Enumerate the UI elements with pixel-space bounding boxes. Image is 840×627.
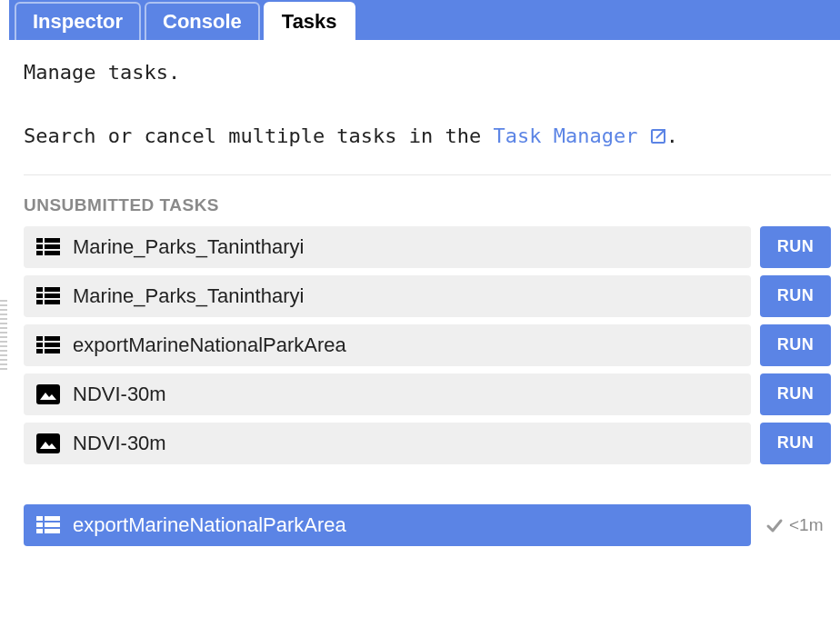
task-row: NDVI-30m RUN xyxy=(24,423,831,464)
task-name: NDVI-30m xyxy=(73,383,166,406)
section-spacer xyxy=(24,472,831,504)
section-divider xyxy=(24,174,831,175)
task-name: exportMarineNationalParkArea xyxy=(73,513,346,537)
task-cell[interactable]: NDVI-30m xyxy=(24,423,751,464)
run-button[interactable]: RUN xyxy=(760,226,831,268)
task-name: exportMarineNationalParkArea xyxy=(73,333,346,357)
image-icon xyxy=(36,433,60,453)
task-name: Marine_Parks_Tanintharyi xyxy=(73,235,304,259)
tab-console[interactable]: Console xyxy=(145,2,260,40)
task-cell[interactable]: exportMarineNationalParkArea xyxy=(24,324,751,366)
task-manager-link[interactable]: Task Manager xyxy=(494,124,666,147)
task-row: exportMarineNationalParkArea <1m xyxy=(24,504,831,546)
tasks-description: Manage tasks. Search or cancel multiple … xyxy=(24,56,831,153)
task-row: Marine_Parks_Tanintharyi RUN xyxy=(24,226,831,268)
task-cell-running[interactable]: exportMarineNationalParkArea xyxy=(24,504,751,546)
run-button[interactable]: RUN xyxy=(760,373,831,415)
task-cell[interactable]: Marine_Parks_Tanintharyi xyxy=(24,275,751,317)
tasks-panel: Manage tasks. Search or cancel multiple … xyxy=(9,40,840,562)
running-task-list: exportMarineNationalParkArea <1m xyxy=(24,504,831,546)
panel-resize-handle[interactable] xyxy=(0,300,7,373)
unsubmitted-task-list: Marine_Parks_Tanintharyi RUN Marine_Park… xyxy=(24,226,831,464)
desc-suffix: . xyxy=(666,124,678,147)
task-manager-link-text: Task Manager xyxy=(494,124,638,147)
task-elapsed: <1m xyxy=(789,515,824,535)
task-row: Marine_Parks_Tanintharyi RUN xyxy=(24,275,831,317)
task-name: Marine_Parks_Tanintharyi xyxy=(73,284,304,308)
task-cell[interactable]: Marine_Parks_Tanintharyi xyxy=(24,226,751,268)
image-icon xyxy=(36,384,60,404)
task-name: NDVI-30m xyxy=(73,432,166,455)
unsubmitted-tasks-header: UNSUBMITTED TASKS xyxy=(24,195,831,215)
run-button[interactable]: RUN xyxy=(760,324,831,366)
run-button[interactable]: RUN xyxy=(760,423,831,464)
tabbar: Inspector Console Tasks xyxy=(9,0,840,40)
check-icon xyxy=(765,516,784,534)
table-icon xyxy=(36,286,60,306)
run-button[interactable]: RUN xyxy=(760,275,831,317)
table-icon xyxy=(36,515,60,535)
desc-prefix: Search or cancel multiple tasks in the xyxy=(24,124,494,147)
desc-title: Manage tasks. xyxy=(24,61,180,84)
table-icon xyxy=(36,237,60,257)
task-cell[interactable]: NDVI-30m xyxy=(24,373,751,415)
task-row: NDVI-30m RUN xyxy=(24,373,831,415)
task-row: exportMarineNationalParkArea RUN xyxy=(24,324,831,366)
tasks-panel-container: Inspector Console Tasks Manage tasks. Se… xyxy=(9,0,840,562)
task-status: <1m xyxy=(760,515,831,535)
tab-inspector[interactable]: Inspector xyxy=(15,2,141,40)
tab-tasks[interactable]: Tasks xyxy=(264,2,355,40)
table-icon xyxy=(36,335,60,355)
external-link-icon xyxy=(650,128,666,144)
